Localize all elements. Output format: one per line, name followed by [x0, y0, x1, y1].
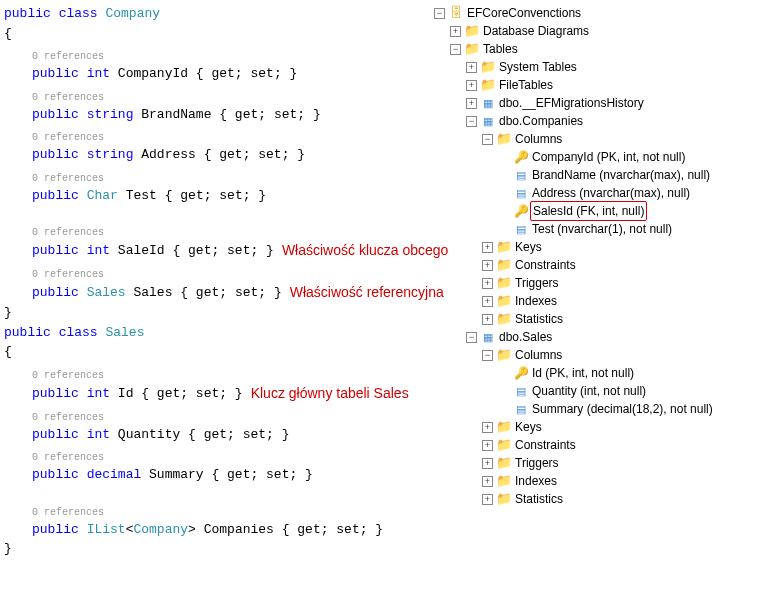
tree-node-folder[interactable]: +📁Statistics [434, 310, 758, 328]
expand-icon[interactable]: + [466, 62, 477, 73]
keyword: public [32, 107, 79, 122]
tree-node-table-sales[interactable]: −▦dbo.Sales [434, 328, 758, 346]
property-name: Quantity [118, 427, 180, 442]
tree-node-folder[interactable]: +📁Indexes [434, 292, 758, 310]
codelens-references[interactable]: 0 references [32, 225, 430, 240]
tree-node-column[interactable]: ▤Address (nvarchar(max), null) [434, 184, 758, 202]
brace-open: { [4, 342, 430, 362]
expand-icon[interactable]: + [482, 422, 493, 433]
tree-node-table-companies[interactable]: −▦dbo.Companies [434, 112, 758, 130]
column-icon: ▤ [513, 167, 529, 183]
property-line: public int Quantity { get; set; } [32, 425, 430, 445]
codelens-references[interactable]: 0 references [32, 267, 430, 282]
expand-icon[interactable]: + [466, 98, 477, 109]
tree-node-columns[interactable]: −📁Columns [434, 130, 758, 148]
property-body: { get; set; } [157, 188, 266, 203]
tree-node-folder[interactable]: +📁Triggers [434, 274, 758, 292]
node-label: FileTables [499, 76, 553, 94]
object-explorer[interactable]: −🗄EFCoreConvenctions +📁Database Diagrams… [430, 0, 762, 598]
node-label: Summary (decimal(18,2), not null) [532, 400, 713, 418]
collapse-icon[interactable]: − [482, 134, 493, 145]
folder-icon: 📁 [496, 437, 512, 453]
class-name: Company [105, 6, 160, 21]
property-line: public int SaleId { get; set; }Właściwoś… [32, 240, 430, 261]
property-body: { get; set; } [204, 467, 313, 482]
node-label: Quantity (int, not null) [532, 382, 646, 400]
node-label: Triggers [515, 274, 559, 292]
expand-icon[interactable]: + [482, 278, 493, 289]
collapse-icon[interactable]: − [482, 350, 493, 361]
type-keyword: int [87, 243, 110, 258]
tree-node-folder[interactable]: +📁Statistics [434, 490, 758, 508]
expand-icon[interactable]: + [482, 296, 493, 307]
generic-type: Company [133, 522, 188, 537]
annotation-nav: Właściwość referencyjna [290, 282, 444, 303]
property-name: CompanyId [118, 66, 188, 81]
table-icon: ▦ [480, 113, 496, 129]
property-line: public Char Test { get; set; } [32, 186, 430, 206]
type-keyword: string [87, 107, 134, 122]
tree-node-folder[interactable]: +📁Indexes [434, 472, 758, 490]
collapse-icon[interactable]: − [434, 8, 445, 19]
codelens-references[interactable]: 0 references [32, 49, 430, 64]
tree-node-folder[interactable]: +📁Database Diagrams [434, 22, 758, 40]
column-icon: ▤ [513, 401, 529, 417]
tree-node-column[interactable]: ▤Summary (decimal(18,2), not null) [434, 400, 758, 418]
collapse-icon[interactable]: − [466, 116, 477, 127]
tree-node-folder[interactable]: +📁System Tables [434, 58, 758, 76]
annotation-pk: Klucz główny tabeli Sales [251, 383, 409, 404]
folder-icon: 📁 [496, 473, 512, 489]
codelens-references[interactable]: 0 references [32, 505, 430, 520]
tree-node-column-pk[interactable]: 🔑Id (PK, int, not null) [434, 364, 758, 382]
expand-icon[interactable]: + [450, 26, 461, 37]
tree-node-folder[interactable]: +📁Constraints [434, 256, 758, 274]
property-body: { get; set; } [274, 522, 383, 537]
codelens-references[interactable]: 0 references [32, 368, 430, 383]
tree-node-column[interactable]: ▤Test (nvarchar(1), not null) [434, 220, 758, 238]
tree-node-folder[interactable]: +📁Constraints [434, 436, 758, 454]
tree-node-database[interactable]: −🗄EFCoreConvenctions [434, 4, 758, 22]
tree-node-columns[interactable]: −📁Columns [434, 346, 758, 364]
type-class: Sales [87, 285, 126, 300]
expand-icon[interactable]: + [482, 476, 493, 487]
codelens-references[interactable]: 0 references [32, 450, 430, 465]
codelens-references[interactable]: 0 references [32, 130, 430, 145]
tree-node-table[interactable]: +▦dbo.__EFMigrationsHistory [434, 94, 758, 112]
tree-node-folder[interactable]: +📁FileTables [434, 76, 758, 94]
tree-node-tables[interactable]: −📁Tables [434, 40, 758, 58]
expand-icon[interactable]: + [482, 242, 493, 253]
property-name: Summary [149, 467, 204, 482]
node-label: dbo.__EFMigrationsHistory [499, 94, 644, 112]
tree-node-folder[interactable]: +📁Keys [434, 418, 758, 436]
keyword-public: public [4, 325, 51, 340]
expand-icon[interactable]: + [482, 260, 493, 271]
column-icon: ▤ [513, 383, 529, 399]
tree-node-folder[interactable]: +📁Triggers [434, 454, 758, 472]
node-label: Address (nvarchar(max), null) [532, 184, 690, 202]
node-label: Indexes [515, 472, 557, 490]
node-label: EFCoreConvenctions [467, 4, 581, 22]
brace-close: } [4, 539, 430, 559]
property-body: { get; set; } [211, 107, 320, 122]
expand-icon[interactable]: + [482, 314, 493, 325]
class-declaration: public class Sales [4, 323, 430, 343]
tree-node-column[interactable]: ▤Quantity (int, not null) [434, 382, 758, 400]
expand-icon[interactable]: + [466, 80, 477, 91]
expand-icon[interactable]: + [482, 494, 493, 505]
tree-node-column-pk[interactable]: 🔑CompanyId (PK, int, not null) [434, 148, 758, 166]
property-line: public Sales Sales { get; set; }Właściwo… [32, 282, 430, 303]
property-line: public decimal Summary { get; set; } [32, 465, 430, 485]
collapse-icon[interactable]: − [450, 44, 461, 55]
codelens-references[interactable]: 0 references [32, 171, 430, 186]
tree-node-column-fk[interactable]: 🔑SalesId (FK, int, null) [434, 202, 758, 220]
codelens-references[interactable]: 0 references [32, 410, 430, 425]
tree-node-column[interactable]: ▤BrandName (nvarchar(max), null) [434, 166, 758, 184]
expand-icon[interactable]: + [482, 440, 493, 451]
folder-icon: 📁 [464, 41, 480, 57]
property-name: Test [126, 188, 157, 203]
collapse-icon[interactable]: − [466, 332, 477, 343]
expand-icon[interactable]: + [482, 458, 493, 469]
keyword: public [32, 188, 79, 203]
codelens-references[interactable]: 0 references [32, 90, 430, 105]
tree-node-folder[interactable]: +📁Keys [434, 238, 758, 256]
